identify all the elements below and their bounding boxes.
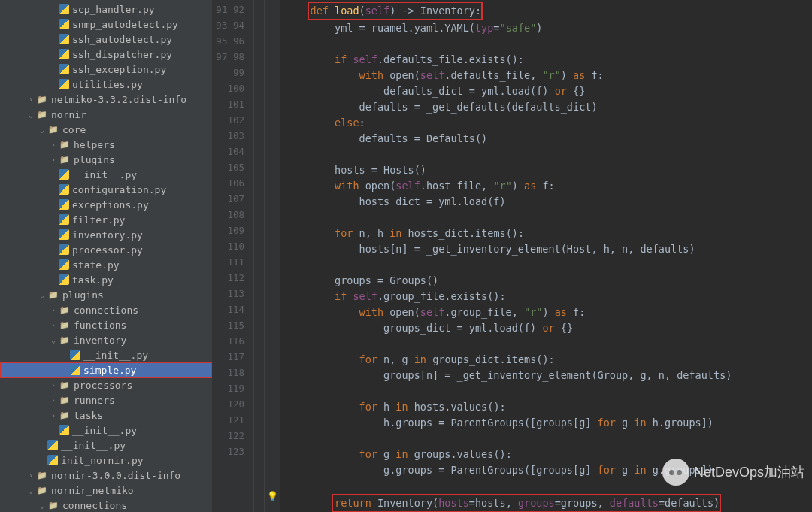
tree-item-plugins[interactable]: plugins — [0, 152, 212, 167]
code-line[interactable]: groups[n] = _get_inventory_element(Group… — [286, 368, 812, 383]
tree-item-simple-py[interactable]: simple.py — [0, 362, 212, 377]
chevron-icon[interactable] — [48, 321, 59, 329]
chevron-icon[interactable] — [48, 381, 59, 389]
code-line[interactable]: return Inventory(hosts=hosts, groups=gro… — [286, 494, 812, 512]
tree-item-snmp-autodetect-py[interactable]: snmp_autodetect.py — [0, 17, 212, 32]
bulb-icon[interactable]: 💡 — [267, 491, 278, 501]
code-line[interactable]: def load(self) -> Inventory: — [286, 2, 812, 20]
code-line[interactable]: with open(self.host_file, "r") as f: — [286, 178, 812, 194]
tree-item-nornir-3-0-0-dist-info[interactable]: nornir-3.0.0.dist-info — [0, 468, 212, 483]
code-line[interactable]: hosts[n] = _get_inventory_element(Host, … — [286, 241, 812, 257]
code-line[interactable]: h.groups = ParentGroups([groups[g] for g… — [286, 415, 812, 431]
tree-item-inventory[interactable]: inventory — [0, 332, 212, 347]
tree-item-label: task.py — [72, 274, 114, 286]
code-line[interactable] — [286, 336, 812, 352]
code-line[interactable] — [286, 478, 812, 494]
code-line[interactable]: defaults = Defaults() — [286, 131, 812, 147]
python-file-icon — [59, 425, 69, 435]
code-line[interactable]: yml = ruamel.yaml.YAML(typ="safe") — [286, 20, 812, 36]
code-line[interactable]: else: — [286, 115, 812, 131]
tree-item--init-py[interactable]: __init__.py — [0, 423, 212, 438]
tree-item-label: __init__.py — [72, 169, 137, 180]
code-line[interactable]: groups_dict = yml.load(f) or {} — [286, 320, 812, 336]
chevron-icon[interactable] — [37, 126, 47, 134]
code-line[interactable]: for n, h in hosts_dict.items(): — [286, 226, 812, 241]
tree-item-tasks[interactable]: tasks — [0, 407, 212, 423]
tree-item-ssh-dispatcher-py[interactable]: ssh_dispatcher.py — [0, 47, 212, 62]
folder-icon — [59, 409, 71, 421]
tree-item--init-py[interactable]: __init__.py — [0, 347, 212, 362]
folder-icon — [36, 93, 48, 105]
chevron-icon[interactable] — [26, 111, 36, 119]
tree-item-state-py[interactable]: state.py — [0, 257, 212, 272]
tree-item-exceptions-py[interactable]: exceptions.py — [0, 197, 212, 212]
tree-item-connections[interactable]: connections — [0, 498, 212, 512]
code-line[interactable]: defaults = _get_defaults(defaults_dict) — [286, 99, 812, 115]
tree-item-inventory-py[interactable]: inventory.py — [0, 227, 212, 242]
code-line[interactable]: with open(self.group_file, "r") as f: — [286, 304, 812, 320]
tree-item-processors[interactable]: processors — [0, 377, 212, 392]
tree-item-label: runners — [74, 395, 115, 406]
chevron-icon[interactable] — [37, 291, 47, 299]
code-line[interactable]: if self.defaults_file.exists(): — [286, 52, 812, 68]
tree-item-ssh-exception-py[interactable]: ssh_exception.py — [0, 62, 212, 77]
tree-item-connections[interactable]: connections — [0, 302, 212, 317]
tree-item--init-py[interactable]: __init__.py — [0, 438, 212, 453]
code-line[interactable]: hosts_dict = yml.load(f) — [286, 194, 812, 210]
tree-item--init-py[interactable]: __init__.py — [0, 167, 212, 182]
chevron-icon[interactable] — [48, 411, 59, 420]
code-area[interactable]: def load(self) -> Inventory: yml = ruame… — [280, 0, 812, 512]
tree-item-init-nornir-py[interactable]: init_nornir.py — [0, 453, 212, 468]
code-line[interactable]: groups = Groups() — [286, 273, 812, 289]
tree-item-utilities-py[interactable]: utilities.py — [0, 77, 212, 92]
code-line[interactable] — [286, 257, 812, 273]
tree-item-label: tasks — [74, 410, 103, 421]
python-file-icon — [59, 34, 69, 44]
tree-item-configuration-py[interactable]: configuration.py — [0, 182, 212, 197]
code-line[interactable]: hosts = Hosts() — [286, 162, 812, 178]
chevron-icon[interactable] — [37, 501, 47, 510]
tree-item-nornir[interactable]: nornir — [0, 107, 212, 122]
tree-item-filter-py[interactable]: filter.py — [0, 212, 212, 227]
python-file-icon — [59, 169, 69, 180]
chevron-icon[interactable] — [48, 336, 59, 344]
tree-item-netmiko-3-3-2-dist-info[interactable]: netmiko-3.3.2.dist-info — [0, 92, 212, 107]
code-line[interactable]: with open(self.defaults_file, "r") as f: — [286, 68, 812, 83]
tree-item-functions[interactable]: functions — [0, 317, 212, 332]
tree-item-helpers[interactable]: helpers — [0, 137, 212, 152]
tree-item-label: inventory — [74, 335, 126, 346]
tree-item-task-py[interactable]: task.py — [0, 272, 212, 287]
code-line[interactable]: for g in groups.values(): — [286, 447, 812, 462]
tree-item-ssh-autodetect-py[interactable]: ssh_autodetect.py — [0, 32, 212, 47]
tree-item-label: ssh_dispatcher.py — [72, 49, 172, 60]
code-line[interactable] — [286, 383, 812, 399]
folder-icon — [47, 123, 59, 135]
tree-item-scp-handler-py[interactable]: scp_handler.py — [0, 2, 212, 17]
chevron-icon[interactable] — [48, 396, 59, 404]
tree-item-plugins[interactable]: plugins — [0, 287, 212, 302]
marker-column: 💡 — [265, 0, 280, 512]
code-line[interactable]: for n, g in groups_dict.items(): — [286, 352, 812, 368]
chevron-icon[interactable] — [26, 486, 36, 495]
tree-item-label: nornir-3.0.0.dist-info — [51, 470, 180, 481]
tree-item-processor-py[interactable]: processor.py — [0, 242, 212, 257]
folder-icon — [59, 138, 71, 150]
code-line[interactable] — [286, 431, 812, 447]
chevron-icon[interactable] — [48, 141, 59, 149]
chevron-icon[interactable] — [26, 471, 36, 480]
tree-item-runners[interactable]: runners — [0, 392, 212, 407]
code-line[interactable]: g.groups = ParentGroups([groups[g] for g… — [286, 462, 812, 478]
project-tree[interactable]: scp_handler.pysnmp_autodetect.pyssh_auto… — [0, 0, 213, 512]
tree-item-nornir-netmiko[interactable]: nornir_netmiko — [0, 483, 212, 498]
chevron-icon[interactable] — [48, 306, 59, 314]
code-editor[interactable]: 91 92 93 94 95 96 97 98 99 100 101 102 1… — [213, 0, 812, 512]
code-line[interactable]: defaults_dict = yml.load(f) or {} — [286, 83, 812, 99]
code-line[interactable] — [286, 147, 812, 162]
code-line[interactable]: if self.group_file.exists(): — [286, 289, 812, 304]
chevron-icon[interactable] — [48, 156, 59, 164]
chevron-icon[interactable] — [26, 95, 36, 104]
code-line[interactable]: for h in hosts.values(): — [286, 399, 812, 415]
tree-item-core[interactable]: core — [0, 122, 212, 137]
code-line[interactable] — [286, 210, 812, 226]
code-line[interactable] — [286, 36, 812, 52]
